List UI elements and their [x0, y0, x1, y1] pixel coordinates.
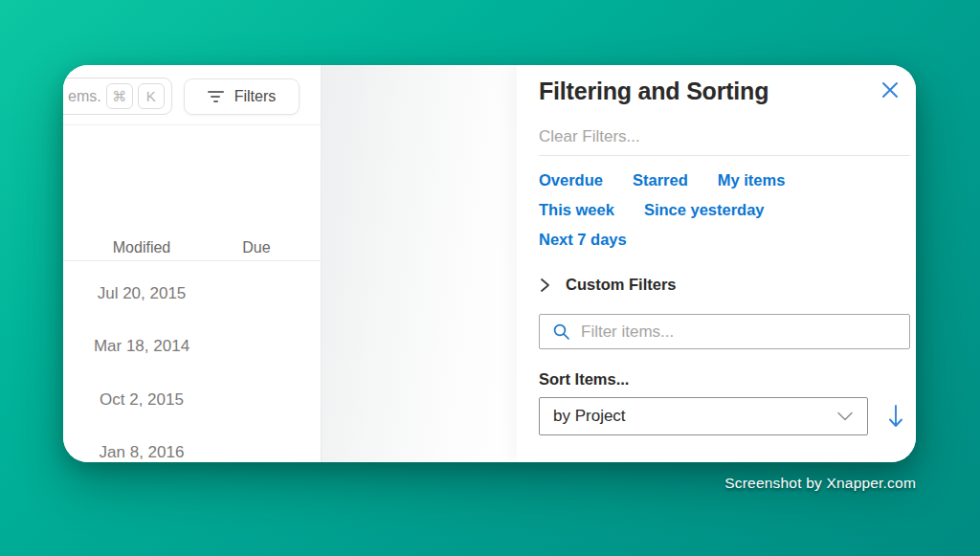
modified-date: Mar 18, 2014	[63, 337, 220, 356]
modified-date: Oct 2, 2015	[63, 390, 220, 410]
list-pane: ems. ⌘ K Filters Modified Due Jul 20, 20…	[63, 65, 322, 462]
app-window: ems. ⌘ K Filters Modified Due Jul 20, 20…	[63, 65, 916, 462]
quick-filter-row: Next 7 days	[539, 231, 916, 249]
quick-filter-this-week[interactable]: This week	[539, 201, 614, 219]
divider	[539, 155, 910, 156]
table-row[interactable]: Jul 20, 2015	[63, 267, 321, 321]
filters-button[interactable]: Filters	[184, 78, 300, 115]
close-icon	[881, 81, 899, 99]
custom-filters-expander[interactable]: Custom Filters	[539, 276, 916, 294]
search-input[interactable]: ems. ⌘ K	[63, 78, 172, 115]
k-keycap: K	[138, 83, 165, 109]
content-pane	[322, 65, 517, 462]
filter-lines-icon	[208, 91, 224, 102]
quick-filter-overdue[interactable]: Overdue	[539, 171, 603, 189]
panel-title: Filtering and Sorting	[539, 77, 768, 105]
quick-filter-since-yesterday[interactable]: Since yesterday	[644, 201, 765, 219]
sort-items-label: Sort Items...	[539, 370, 916, 389]
custom-filters-label: Custom Filters	[566, 276, 677, 294]
filters-button-label: Filters	[234, 88, 277, 105]
quick-filter-row: Overdue Starred My items	[539, 171, 916, 189]
panel-header: Filtering and Sorting	[539, 77, 916, 105]
modified-date: Jan 8, 2016	[63, 443, 220, 462]
table-rows: Jul 20, 2015 Mar 18, 2014 Oct 2, 2015 Ja…	[63, 261, 321, 462]
filter-items-input[interactable]	[581, 322, 909, 342]
cmd-keycap: ⌘	[106, 83, 133, 109]
quick-filters: Overdue Starred My items This week Since…	[539, 171, 916, 249]
quick-filter-row: This week Since yesterday	[539, 201, 916, 219]
quick-filter-my-items[interactable]: My items	[718, 171, 786, 189]
table-row[interactable]: Jan 8, 2016	[63, 427, 321, 463]
table-row[interactable]: Mar 18, 2014	[63, 321, 321, 374]
clear-filters-button[interactable]: Clear Filters...	[539, 127, 916, 146]
arrow-down-icon	[888, 404, 903, 429]
quick-filter-next-7-days[interactable]: Next 7 days	[539, 231, 627, 249]
watermark: Screenshot by Xnapper.com	[724, 475, 916, 492]
column-header-modified[interactable]: Modified	[63, 239, 220, 256]
modified-date: Jul 20, 2015	[63, 284, 220, 303]
chevron-right-icon	[539, 278, 551, 293]
close-button[interactable]	[880, 81, 900, 100]
sort-by-dropdown[interactable]: by Project	[539, 397, 868, 435]
chevron-down-icon	[836, 411, 854, 422]
sort-direction-button[interactable]	[888, 404, 903, 429]
sort-by-value: by Project	[553, 407, 626, 426]
filter-items-field[interactable]	[539, 314, 910, 349]
table-row[interactable]: Oct 2, 2015	[63, 373, 321, 427]
filtering-sorting-panel: Filtering and Sorting Clear Filters... O…	[517, 65, 916, 462]
column-header-due[interactable]: Due	[220, 239, 293, 256]
quick-filter-starred[interactable]: Starred	[633, 171, 688, 189]
table-header: Modified Due	[63, 234, 321, 261]
search-placeholder: ems.	[68, 88, 101, 105]
sort-row: by Project	[539, 397, 916, 435]
list-toolbar: ems. ⌘ K Filters	[63, 65, 321, 125]
search-icon	[552, 322, 570, 341]
